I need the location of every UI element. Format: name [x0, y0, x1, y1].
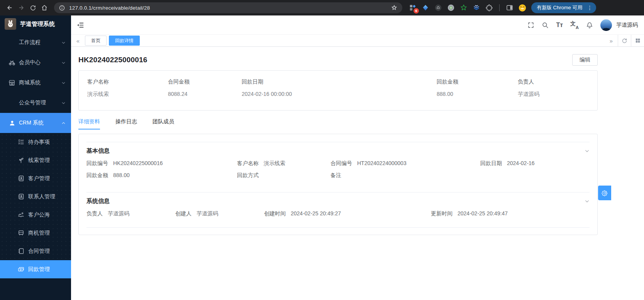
sidebar-item-contract[interactable]: 合同管理	[0, 242, 71, 260]
search-icon[interactable]	[542, 22, 549, 29]
notification-bell-icon[interactable]	[586, 22, 593, 29]
browser-reload-button[interactable]	[27, 2, 39, 14]
theme-settings-button[interactable]	[598, 186, 611, 200]
detail-card: 基本信息 回款编号 HK20240225000016 客户名称 演示线索 合同编…	[78, 134, 598, 235]
extension-blue-chevrons-icon[interactable]	[472, 3, 481, 12]
bookmark-star-icon[interactable]	[391, 4, 398, 11]
sidebar-item-workflow[interactable]: 工作流程	[0, 32, 71, 53]
main-content: HK20240225000016 编辑 客户名称 演示线索 合同金额 8088.…	[71, 47, 644, 300]
logo-avatar	[5, 18, 16, 30]
crm-submenu: 待办事项 线索管理 客户管理 联系人管理 客户公海	[0, 133, 71, 278]
user-icon	[8, 119, 15, 126]
money-icon	[17, 266, 24, 273]
sidebar-item-mall-system[interactable]: 商城系统	[0, 73, 71, 93]
field-customer-name: 客户名称 演示线索	[237, 160, 330, 167]
profile-emoji-icon[interactable]	[518, 3, 527, 12]
extension-badge: 6	[414, 8, 419, 14]
sidebar-item-crm-system[interactable]: CRM 系统	[0, 113, 71, 133]
extension-kite-icon[interactable]	[421, 3, 430, 12]
browser-back-button[interactable]	[4, 2, 15, 14]
basic-info-section: 基本信息 回款编号 HK20240225000016 客户名称 演示线索 合同编…	[86, 142, 590, 192]
tab-detail-info[interactable]: 详细资料	[78, 118, 100, 130]
extensions-row: 6	[408, 3, 527, 12]
chevron-down-icon	[61, 81, 66, 85]
fullscreen-icon[interactable]	[527, 22, 534, 29]
field-create-time: 创建时间 2024-02-25 20:49:27	[264, 210, 431, 217]
todo-list-icon	[17, 139, 24, 146]
route-tab-receivable-detail[interactable]: 回款详情	[109, 36, 140, 46]
chrome-update-label: 有新版 Chrome 可用	[537, 4, 582, 11]
extensions-puzzle-icon[interactable]	[485, 3, 493, 12]
extension-dark-circle-icon[interactable]	[434, 3, 442, 12]
browser-forward-button[interactable]	[15, 2, 27, 14]
collapse-chevron-icon	[585, 199, 590, 204]
address-bar[interactable]: 127.0.0.1/crm/receivable/detail/28	[54, 2, 402, 13]
field-receivable-no: 回款编号 HK20240225000016	[86, 160, 237, 167]
route-tabbar: « 首页 回款详情 »	[71, 34, 644, 47]
extension-green-star-icon[interactable]	[459, 3, 468, 12]
app-title: 芋道管理系统	[20, 20, 55, 28]
extension-grid-icon[interactable]: 6	[408, 3, 417, 12]
browser-menu-icon[interactable]: ⋮	[585, 5, 594, 10]
field-update-time: 更新时间 2024-02-25 20:49:47	[431, 210, 590, 217]
sidebar-item-receivable[interactable]: 回款管理	[0, 260, 71, 278]
bus-icon	[17, 230, 24, 237]
sidebar-item-business[interactable]: 商机管理	[0, 224, 71, 242]
field-creator: 创建人 芋道源码	[175, 210, 264, 217]
app-logo[interactable]: 芋道管理系统	[0, 15, 71, 32]
user-avatar[interactable]	[600, 19, 612, 31]
summary-field: 合同金额 8088.24	[168, 78, 242, 98]
tab-team-members[interactable]: 团队成员	[153, 118, 174, 130]
tab-refresh-icon[interactable]	[618, 35, 631, 46]
contact-book-icon	[17, 193, 24, 200]
route-tab-home[interactable]: 首页	[85, 36, 107, 46]
sidebar-item-todo[interactable]: 待办事项	[0, 133, 71, 151]
shop-icon	[8, 79, 15, 86]
field-return-amount: 回款金额 888.00	[86, 172, 237, 179]
username[interactable]: 芋道源码	[616, 22, 638, 29]
sidebar-item-official-account[interactable]: 公众号管理	[0, 93, 71, 113]
field-owner: 负责人 芋道源码	[86, 210, 175, 217]
gear-icon	[602, 190, 608, 196]
basic-info-header[interactable]: 基本信息	[86, 142, 590, 159]
chevron-down-icon	[61, 41, 66, 45]
field-return-date: 回款日期 2024-02-16	[480, 160, 590, 167]
official-account-icon	[8, 99, 15, 106]
sidebar-item-public-pool[interactable]: 客户公海	[0, 206, 71, 224]
swimmer-icon	[17, 211, 24, 218]
seedling-icon	[17, 157, 24, 164]
tab-operation-log[interactable]: 操作日志	[115, 118, 137, 130]
tab-layout-grid-icon[interactable]	[631, 35, 644, 46]
tabs-scroll-right-icon[interactable]: »	[605, 35, 618, 46]
chrome-update-chip[interactable]: 有新版 Chrome 可用 ⋮	[531, 2, 596, 13]
system-info-section: 系统信息 负责人 芋道源码 创建人 芋道源码 创建时间 2024-02-25 2…	[86, 192, 590, 227]
sidebar-item-contact[interactable]: 联系人管理	[0, 188, 71, 206]
field-remark: 备注	[330, 172, 480, 179]
sidebar-item-member-center[interactable]: 会员中心	[0, 53, 71, 73]
tabs-scroll-left-icon[interactable]: «	[71, 38, 85, 44]
chevron-down-icon	[61, 101, 66, 105]
contract-notebook-icon	[17, 248, 24, 255]
font-size-icon[interactable]: Tт	[556, 22, 563, 29]
side-panel-icon[interactable]	[505, 3, 514, 12]
field-return-method: 回款方式	[237, 172, 330, 179]
browser-toolbar: 127.0.0.1/crm/receivable/detail/28 6	[0, 0, 644, 15]
summary-field: 客户名称 演示线索	[87, 78, 168, 98]
edit-button[interactable]: 编辑	[572, 54, 598, 66]
translate-icon[interactable]: 文 A	[570, 21, 579, 29]
detail-tabs: 详细资料 操作日志 团队成员	[78, 118, 598, 130]
sidebar-fold-button[interactable]	[76, 21, 84, 29]
url-text[interactable]: 127.0.0.1/crm/receivable/detail/28	[69, 5, 391, 11]
system-info-header[interactable]: 系统信息	[86, 193, 590, 210]
summary-field: 回款日期 2024-02-16 00:00:00	[242, 78, 437, 98]
app-header: Tт 文 A 芋道源码	[71, 15, 644, 34]
sidebar-item-clue[interactable]: 线索管理	[0, 151, 71, 169]
sidebar-item-customer[interactable]: 客户管理	[0, 169, 71, 188]
site-info-icon[interactable]	[59, 5, 65, 11]
summary-field: 回款金额 888.00	[437, 78, 518, 98]
browser-home-button[interactable]	[39, 2, 50, 14]
extension-gray-green-circle-icon[interactable]	[447, 3, 455, 12]
page-title: HK20240225000016	[78, 56, 147, 64]
sidebar: 芋道管理系统 工作流程 会员中心 商城系统 公众号管理	[0, 15, 71, 300]
field-contract-no: 合同编号 HT20240224000003	[330, 160, 480, 167]
